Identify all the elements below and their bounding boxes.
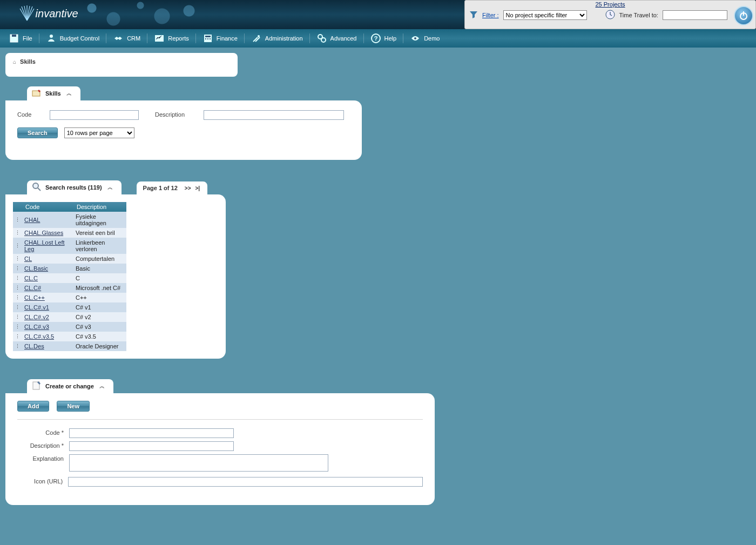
collapse-toggle[interactable]: ︽ xyxy=(97,382,106,390)
table-row: ⋮CL.C++C++ xyxy=(13,293,126,302)
row-handle[interactable]: ⋮ xyxy=(13,254,22,264)
code-link[interactable]: CL xyxy=(24,255,32,262)
row-handle[interactable]: ⋮ xyxy=(13,322,22,332)
row-handle[interactable]: ⋮ xyxy=(13,273,22,283)
cc-desc-input[interactable] xyxy=(69,441,234,451)
code-link[interactable]: CL.C xyxy=(24,275,38,281)
desc-cell: C# v2 xyxy=(73,312,126,322)
table-row: ⋮CHAL.GlassesVereist een bril xyxy=(13,228,126,238)
cc-expl-label: Explanation xyxy=(17,454,69,462)
desc-cell: Microsoft .net C# xyxy=(73,283,126,293)
menu-advanced[interactable]: Advanced xyxy=(313,33,360,44)
projects-link[interactable]: 25 Projects xyxy=(595,1,625,8)
code-link[interactable]: CL.Basic xyxy=(24,265,48,272)
menu-help[interactable]: ?Help xyxy=(367,33,400,44)
row-handle[interactable]: ⋮ xyxy=(13,228,22,238)
magnifier-icon xyxy=(31,181,42,193)
code-link[interactable]: CHAL.Glasses xyxy=(24,230,63,236)
code-link[interactable]: CL.C#.v2 xyxy=(24,314,49,320)
col-code: Code xyxy=(22,202,73,212)
row-handle[interactable]: ⋮ xyxy=(13,264,22,273)
code-link[interactable]: CL.C# xyxy=(24,285,41,291)
table-row: ⋮CL.C#Microsoft .net C# xyxy=(13,283,126,293)
search-button[interactable]: Search xyxy=(17,127,58,138)
breadcrumb-current: Skills xyxy=(20,58,36,65)
project-filter-select[interactable]: No project specific filter xyxy=(503,10,587,20)
menu-crm[interactable]: CRM xyxy=(110,33,144,44)
power-button[interactable] xyxy=(734,6,753,25)
table-row: ⋮CHAL.Lost Left LegLinkerbeen verloren xyxy=(13,238,126,254)
svg-rect-2 xyxy=(743,11,744,16)
row-handle[interactable]: ⋮ xyxy=(13,332,22,341)
row-handle[interactable]: ⋮ xyxy=(13,283,22,293)
svg-rect-10 xyxy=(207,38,208,39)
cc-code-label: Code * xyxy=(17,428,69,436)
row-handle[interactable]: ⋮ xyxy=(13,341,22,351)
menu-administration[interactable]: Administration xyxy=(248,33,306,44)
breadcrumb: ⌂ Skills xyxy=(5,53,238,77)
svg-rect-4 xyxy=(12,35,16,37)
row-handle[interactable]: ⋮ xyxy=(13,293,22,302)
cc-expl-textarea[interactable] xyxy=(69,454,328,472)
desc-cell: Oracle Designer xyxy=(73,341,126,351)
desc-cell: C# v3.5 xyxy=(73,332,126,341)
clock-icon xyxy=(605,10,615,21)
pager: Page 1 of 12 >> >| xyxy=(137,181,208,194)
pager-next[interactable]: >> xyxy=(184,185,192,191)
new-button[interactable]: New xyxy=(57,401,90,412)
search-panel-tab: Skills ︽ xyxy=(27,86,80,100)
add-button[interactable]: Add xyxy=(17,401,49,412)
svg-point-5 xyxy=(50,35,53,38)
menu-file[interactable]: File xyxy=(5,33,36,44)
code-link[interactable]: CL.C++ xyxy=(24,294,45,301)
code-link[interactable]: CL.C#.v1 xyxy=(24,304,49,311)
code-label: Code xyxy=(17,110,44,120)
svg-rect-8 xyxy=(205,36,211,37)
row-handle[interactable]: ⋮ xyxy=(13,238,22,254)
pager-last[interactable]: >| xyxy=(194,185,201,191)
code-link[interactable]: CL.C#.v3 xyxy=(24,324,49,330)
cc-icon-input[interactable] xyxy=(68,477,423,487)
col-description: Description xyxy=(73,202,126,212)
time-travel-input[interactable] xyxy=(663,10,727,20)
filter-label-link[interactable]: Filter : xyxy=(482,12,499,18)
desc-cell: C# v3 xyxy=(73,322,126,332)
table-row: ⋮CHALFysieke uitdagingen xyxy=(13,212,126,228)
brand-logo: invantive xyxy=(19,5,78,22)
row-handle[interactable]: ⋮ xyxy=(13,302,22,312)
home-icon[interactable]: ⌂ xyxy=(13,59,16,65)
code-link[interactable]: CHAL.Lost Left Leg xyxy=(24,239,65,252)
collapse-toggle[interactable]: ︽ xyxy=(105,184,114,191)
create-change-title: Create or change xyxy=(45,383,94,389)
code-link[interactable]: CL.Des xyxy=(24,343,44,349)
row-handle[interactable]: ⋮ xyxy=(13,312,22,322)
table-row: ⋮CLComputertalen xyxy=(13,254,126,264)
svg-point-19 xyxy=(33,183,38,189)
collapse-toggle[interactable]: ︽ xyxy=(64,90,73,97)
code-input[interactable] xyxy=(50,110,139,120)
svg-text:?: ? xyxy=(374,35,377,42)
menu-finance[interactable]: Finance xyxy=(199,33,241,44)
results-panel-title: Search results (119) xyxy=(45,184,102,191)
search-panel: Skills ︽ Code Description Search 10 rows… xyxy=(5,86,756,160)
menu-demo[interactable]: Demo xyxy=(407,33,443,44)
header-decoration xyxy=(81,0,216,29)
menu-budget-control[interactable]: Budget Control xyxy=(43,33,103,44)
code-link[interactable]: CL.C#.v3.5 xyxy=(24,333,54,340)
desc-cell: Linkerbeen verloren xyxy=(73,238,126,254)
desc-cell: Vereist een bril xyxy=(73,228,126,238)
code-link[interactable]: CHAL xyxy=(24,217,40,223)
menu-reports[interactable]: Reports xyxy=(151,33,192,44)
description-input[interactable] xyxy=(204,110,344,120)
cc-code-input[interactable] xyxy=(69,428,234,438)
main-menu: File Budget Control CRM Reports Finance … xyxy=(0,29,756,48)
table-row: ⋮CL.BasicBasic xyxy=(13,264,126,273)
pager-label: Page 1 of 12 xyxy=(143,185,178,191)
create-change-tab: Create or change ︽ xyxy=(27,379,113,393)
row-handle[interactable]: ⋮ xyxy=(13,212,22,228)
desc-cell: Basic xyxy=(73,264,126,273)
svg-point-17 xyxy=(414,37,416,39)
results-table: Code Description ⋮CHALFysieke uitdaginge… xyxy=(13,202,126,351)
desc-cell: Fysieke uitdagingen xyxy=(73,212,126,228)
rows-per-page-select[interactable]: 10 rows per page xyxy=(64,127,134,138)
